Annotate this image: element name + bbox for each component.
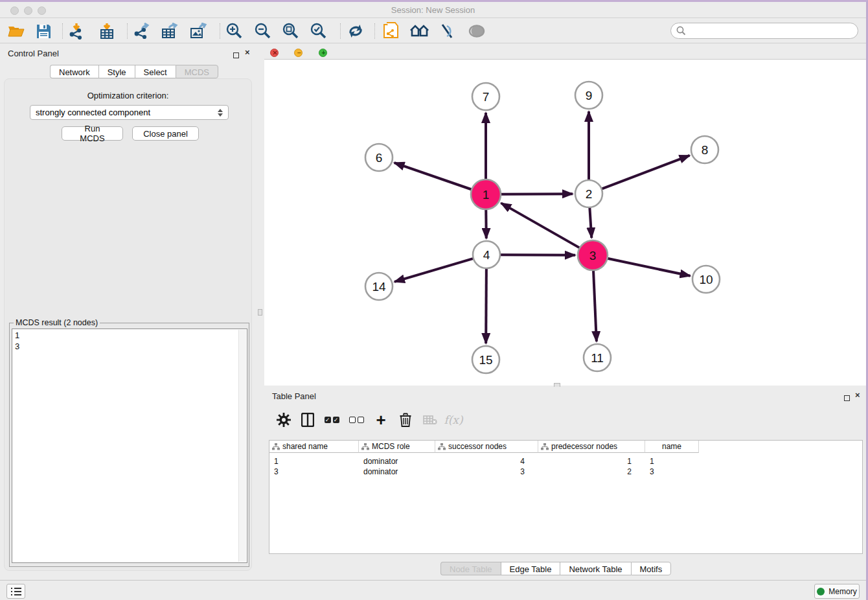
table-cell[interactable]: 3 <box>645 467 690 477</box>
save-session-icon[interactable] <box>32 21 54 41</box>
network-zoom-icon[interactable]: + <box>319 49 327 57</box>
search-box[interactable] <box>670 23 858 39</box>
vertical-splitter[interactable] <box>257 43 264 580</box>
column-header-3[interactable]: predecessor nodes <box>538 441 645 453</box>
edge-3-10[interactable] <box>608 259 691 276</box>
table-float-icon[interactable] <box>844 392 850 404</box>
result-item: 3 <box>15 341 244 352</box>
column-header-4[interactable]: name <box>645 441 699 453</box>
show-graphics-icon[interactable] <box>466 21 488 41</box>
criterion-select[interactable]: strongly connected component <box>30 105 229 120</box>
zoom-fit-icon[interactable] <box>280 21 302 41</box>
run-mcds-button[interactable]: Run MCDS <box>62 126 123 141</box>
edge-1-6[interactable] <box>394 163 472 189</box>
delete-row-icon[interactable] <box>395 409 416 431</box>
apply-layout-icon[interactable] <box>345 21 367 41</box>
network-close-icon[interactable]: ✕ <box>270 49 279 57</box>
hide-graphics-icon[interactable] <box>437 21 459 41</box>
table-cell[interactable]: 3 <box>435 467 529 477</box>
node-label: 15 <box>479 353 492 367</box>
tab-motifs[interactable]: Motifs <box>631 562 672 575</box>
search-icon <box>676 26 686 36</box>
zoom-selected-icon[interactable] <box>308 21 330 41</box>
edge-3-1[interactable] <box>501 203 580 248</box>
export-network-icon[interactable] <box>131 21 153 41</box>
network-graph[interactable]: 7968124314101511 <box>264 60 866 386</box>
search-input[interactable] <box>689 25 858 36</box>
tab-mcds[interactable]: MCDS <box>176 65 218 78</box>
network-title-bar[interactable]: ✕ − + scc.txt <box>264 45 866 60</box>
task-history-button[interactable] <box>6 584 25 599</box>
close-panel-icon[interactable]: × <box>245 47 250 57</box>
node-label: 10 <box>699 273 713 286</box>
result-scrollbar[interactable] <box>238 330 246 562</box>
new-network-icon[interactable] <box>380 21 402 41</box>
column-header-0[interactable]: shared name <box>269 441 359 453</box>
column-header-1[interactable]: MCDS role <box>359 441 435 453</box>
import-table-icon[interactable] <box>96 21 118 41</box>
settings-icon[interactable] <box>273 409 294 431</box>
table-cell[interactable]: 3 <box>269 467 350 477</box>
select-all-icon[interactable]: ✓✓ <box>321 409 342 431</box>
window-close-icon[interactable] <box>10 6 19 17</box>
memory-label: Memory <box>828 587 856 596</box>
tab-edge-table[interactable]: Edge Table <box>501 562 560 575</box>
export-table-icon[interactable] <box>159 21 181 41</box>
tab-network[interactable]: Network <box>50 65 98 78</box>
main-toolbar <box>0 18 866 43</box>
node-table[interactable]: shared nameMCDS rolesuccessor nodesprede… <box>269 440 863 554</box>
table-cell[interactable]: 1 <box>645 456 690 467</box>
edge-4-3[interactable] <box>500 255 575 255</box>
column-type-icon <box>272 443 280 450</box>
float-panel-icon[interactable] <box>233 49 239 61</box>
window-title: Session: New Session <box>0 2 866 18</box>
deselect-all-icon[interactable] <box>346 409 367 431</box>
edge-2-3[interactable] <box>589 207 591 238</box>
control-panel: Control Panel × Network Style Select MCD… <box>0 43 257 580</box>
edge-4-15[interactable] <box>486 268 486 343</box>
mcds-result-list[interactable]: 13 <box>12 329 247 563</box>
memory-status-icon <box>817 588 825 595</box>
title-bar: Session: New Session <box>0 2 866 18</box>
table-cell[interactable]: dominator <box>359 456 426 467</box>
node-label: 7 <box>483 90 490 104</box>
node-label: 3 <box>589 249 597 262</box>
close-panel-button[interactable]: Close panel <box>132 126 199 141</box>
delete-table-icon <box>420 409 440 431</box>
table-cell[interactable]: 2 <box>538 467 636 477</box>
table-cell[interactable]: 1 <box>538 456 636 467</box>
window-zoom-icon[interactable] <box>38 6 46 17</box>
export-image-icon[interactable] <box>187 21 209 41</box>
node-label: 14 <box>372 280 386 294</box>
table-cell[interactable]: dominator <box>359 467 426 477</box>
table-cell[interactable]: 1 <box>269 456 350 467</box>
zoom-out-icon[interactable] <box>252 21 274 41</box>
window-minimize-icon[interactable] <box>24 6 32 17</box>
edge-3-11[interactable] <box>593 270 597 341</box>
tab-node-table[interactable]: Node Table <box>440 562 501 575</box>
split-columns-icon[interactable] <box>297 409 318 431</box>
network-minimize-icon[interactable]: − <box>294 49 303 57</box>
table-close-icon[interactable]: × <box>855 390 860 400</box>
memory-button[interactable]: Memory <box>814 584 860 599</box>
add-row-icon[interactable]: + <box>371 409 391 431</box>
tab-select[interactable]: Select <box>135 65 176 78</box>
tab-style[interactable]: Style <box>98 65 135 78</box>
network-window: ✕ − + scc.txt 7968124314101511 <box>264 43 866 386</box>
network-canvas[interactable]: 7968124314101511 <box>264 60 866 386</box>
import-network-icon[interactable] <box>66 21 88 41</box>
list-icon <box>11 587 21 596</box>
criterion-value: strongly connected component <box>36 108 150 117</box>
edge-1-2[interactable] <box>501 194 573 194</box>
tab-network-table[interactable]: Network Table <box>560 562 630 575</box>
home-icon[interactable] <box>409 21 431 41</box>
zoom-in-icon[interactable] <box>223 21 246 41</box>
table-toolbar: ✓✓ + f(x) <box>269 409 863 436</box>
node-label: 6 <box>376 151 383 165</box>
edge-2-8[interactable] <box>602 156 690 189</box>
column-header-2[interactable]: successor nodes <box>435 441 538 453</box>
edge-4-14[interactable] <box>394 259 474 282</box>
table-cell[interactable]: 4 <box>435 456 529 467</box>
open-session-icon[interactable] <box>5 21 27 41</box>
column-type-icon <box>541 443 549 450</box>
